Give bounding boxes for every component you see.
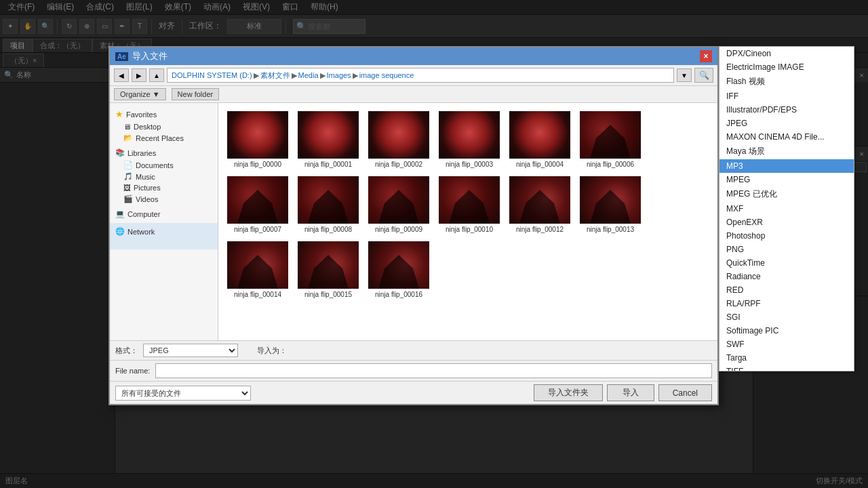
file-name-label: ninja flip_00016 — [375, 291, 422, 298]
file-item[interactable]: ninja flip_00004 — [506, 108, 574, 171]
nav-documents[interactable]: 📄 Documents — [110, 159, 218, 171]
file-item[interactable]: ninja flip_00008 — [294, 174, 362, 236]
new-folder-button[interactable]: New folder — [172, 88, 220, 100]
addr-search-button[interactable]: 🔍 — [694, 68, 713, 83]
dialog-close-button[interactable]: × — [700, 50, 712, 62]
computer-icon: 💻 — [115, 209, 125, 218]
file-item[interactable]: ninja flip_00014 — [224, 239, 292, 301]
address-path[interactable]: DOLPHIN SYSTEM (D:) ▶ 素材文件 ▶ Media ▶ Ima… — [167, 68, 674, 83]
libraries-icon: 📚 — [115, 148, 125, 157]
file-thumbnail — [368, 176, 429, 224]
file-thumbnail — [227, 241, 288, 289]
format-dropdown-item[interactable]: TIFF — [719, 365, 854, 371]
format-select[interactable]: JPEG — [143, 344, 238, 357]
format-dropdown-item[interactable]: OpenEXR — [719, 216, 854, 229]
dialog-bottom: 所有可接受的文件 导入文件夹 导入 Cancel — [110, 381, 717, 404]
format-dropdown-item[interactable]: Photoshop — [719, 229, 854, 243]
file-thumbnail — [580, 111, 641, 159]
format-dropdown-item[interactable]: Maya 场景 — [719, 144, 854, 159]
file-thumbnail — [368, 241, 429, 289]
organize-button[interactable]: Organize ▼ — [114, 88, 166, 100]
format-dropdown-item[interactable]: Targa — [719, 351, 854, 365]
file-item[interactable]: ninja flip_00006 — [576, 108, 644, 171]
format-dropdown-item[interactable]: MP3 — [719, 159, 854, 173]
dialog-bottom-right: 导入文件夹 导入 Cancel — [534, 384, 712, 401]
addr-sep4: ▶ — [353, 71, 358, 80]
file-item[interactable]: ninja flip_00016 — [365, 239, 433, 301]
sequence-button[interactable]: 导入文件夹 — [534, 384, 603, 401]
dialog-filename-row: File name: — [110, 360, 717, 381]
filename-input[interactable] — [155, 363, 712, 378]
nav-libraries-header[interactable]: 📚 Libraries — [110, 146, 218, 159]
format-dropdown-item[interactable]: RLA/RPF — [719, 297, 854, 310]
format-dropdown-item[interactable]: RED — [719, 283, 854, 297]
nav-videos[interactable]: 🎬 Videos — [110, 193, 218, 205]
import-dialog: Ae 导入文件 × ◀ ▶ ▲ DOLPHIN SYSTEM (D:) ▶ 素材… — [108, 46, 719, 405]
format-dropdown-item[interactable]: QuickTime — [719, 256, 854, 270]
address-bar: ◀ ▶ ▲ DOLPHIN SYSTEM (D:) ▶ 素材文件 ▶ Media… — [110, 65, 717, 86]
format-dropdown-item[interactable]: Radiance — [719, 270, 854, 283]
format-dropdown-item[interactable]: ElectricImage IMAGE — [719, 60, 854, 74]
nav-recent-places[interactable]: 📂 Recent Places — [110, 132, 218, 144]
dialog-nav: ★ Favorites 🖥 Desktop 📂 Recent Places 📚 … — [110, 103, 218, 340]
dialog-overlay: Ae 导入文件 × ◀ ▶ ▲ DOLPHIN SYSTEM (D:) ▶ 素材… — [0, 0, 868, 488]
network-icon: 🌐 — [115, 227, 125, 236]
file-grid: ninja flip_00000ninja flip_00001ninja fl… — [218, 103, 717, 340]
dialog-format-row: 格式： JPEG 导入为： — [110, 340, 717, 360]
dialog-title-text: 导入文件 — [132, 50, 167, 62]
file-name-label: ninja flip_00012 — [516, 226, 564, 233]
file-item[interactable]: ninja flip_00002 — [365, 108, 433, 171]
addr-folder3: Images — [327, 71, 351, 79]
videos-icon: 🎬 — [123, 195, 133, 203]
file-item[interactable]: ninja flip_00003 — [435, 108, 503, 171]
file-item[interactable]: ninja flip_00012 — [506, 174, 574, 236]
file-item[interactable]: ninja flip_00007 — [224, 174, 292, 236]
nav-recent-label: Recent Places — [136, 134, 184, 142]
addr-dropdown-button[interactable]: ▼ — [677, 68, 692, 82]
format-dropdown-item[interactable]: SWF — [719, 338, 854, 351]
file-item[interactable]: ninja flip_00013 — [576, 174, 644, 236]
nav-pictures[interactable]: 🖼 Pictures — [110, 182, 218, 193]
file-thumbnail — [439, 111, 500, 159]
file-name-label: ninja flip_00008 — [304, 226, 352, 233]
format-dropdown-item[interactable]: MXF — [719, 202, 854, 216]
import-button[interactable]: 导入 — [607, 384, 654, 401]
file-name-label: ninja flip_00003 — [446, 161, 493, 168]
nav-music[interactable]: 🎵 Music — [110, 171, 218, 182]
nav-network-header[interactable]: 🌐 Network — [110, 223, 218, 249]
cancel-button[interactable]: Cancel — [658, 384, 712, 401]
format-dropdown-item[interactable]: Flash 视频 — [719, 74, 854, 89]
format-dropdown-item[interactable]: IFF — [719, 89, 854, 103]
format-dropdown-item[interactable]: PNG — [719, 243, 854, 256]
file-item[interactable]: ninja flip_00010 — [435, 174, 503, 236]
format-dropdown-item[interactable]: MPEG 已优化 — [719, 186, 854, 202]
nav-computer-header[interactable]: 💻 Computer — [110, 207, 218, 220]
file-item[interactable]: ninja flip_00009 — [365, 174, 433, 236]
format-dropdown-item[interactable]: Illustrator/PDF/EPS — [719, 103, 854, 117]
nav-desktop[interactable]: 🖥 Desktop — [110, 121, 218, 132]
file-item[interactable]: ninja flip_00015 — [294, 239, 362, 301]
format-dropdown-item[interactable]: MAXON CINEMA 4D File... — [719, 130, 854, 144]
nav-up-button[interactable]: ▲ — [149, 68, 164, 82]
format-dropdown-item[interactable]: JPEG — [719, 117, 854, 130]
nav-forward-button[interactable]: ▶ — [132, 68, 146, 82]
nav-libraries-label: Libraries — [127, 149, 156, 157]
documents-icon: 📄 — [123, 161, 133, 169]
format-dropdown-item[interactable]: DPX/Cineon — [719, 47, 854, 60]
format-dropdown: DPX/CineonElectricImage IMAGEFlash 视频IFF… — [719, 46, 854, 371]
nav-back-button[interactable]: ◀ — [114, 68, 129, 82]
format-dropdown-item[interactable]: MPEG — [719, 173, 854, 186]
format-dropdown-item[interactable]: SGI — [719, 310, 854, 324]
addr-folder1: 素材文件 — [260, 70, 290, 81]
dialog-titlebar: Ae 导入文件 × — [110, 47, 717, 65]
nav-music-label: Music — [136, 173, 155, 181]
file-item[interactable]: ninja flip_00001 — [294, 108, 362, 171]
nav-favorites-header[interactable]: ★ Favorites — [110, 107, 218, 121]
file-thumbnail — [227, 176, 288, 224]
file-item[interactable]: ninja flip_00000 — [224, 108, 292, 171]
format-dropdown-item[interactable]: Softimage PIC — [719, 324, 854, 338]
nav-pictures-label: Pictures — [134, 184, 161, 192]
file-thumbnail — [509, 176, 570, 224]
nav-favorites-label: Favorites — [126, 110, 157, 119]
filetype-select[interactable]: 所有可接受的文件 — [115, 386, 251, 401]
